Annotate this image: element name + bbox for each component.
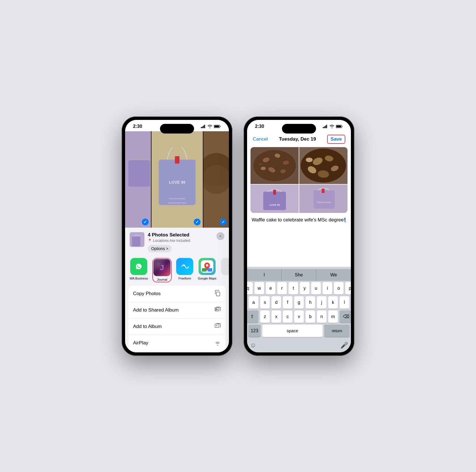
status-time-1: 2:30: [133, 124, 142, 129]
keyboard-rows: q w e r t y u i o p a s d f g: [247, 282, 351, 340]
svg-rect-5: [214, 125, 219, 127]
svg-rect-36: [323, 127, 324, 128]
svg-rect-10: [175, 156, 179, 164]
phone-2-screen: 2:30: [247, 120, 351, 352]
key-o[interactable]: o: [334, 282, 344, 295]
pred-word-1[interactable]: I: [247, 269, 282, 281]
app-wa-business[interactable]: WA Business: [130, 258, 148, 282]
key-w[interactable]: w: [254, 282, 264, 295]
key-n[interactable]: n: [317, 310, 327, 323]
svg-point-24: [186, 268, 188, 269]
svg-rect-3: [204, 125, 205, 128]
maps-icon: [199, 258, 216, 275]
svg-point-50: [258, 163, 263, 166]
journal-photo-2: [299, 147, 347, 184]
num-key[interactable]: 123: [248, 325, 261, 337]
key-q[interactable]: q: [247, 282, 253, 295]
battery-icon-2: [336, 125, 343, 128]
add-shared-item[interactable]: Add to Shared Album: [129, 302, 226, 319]
checkmark-left: [142, 219, 149, 225]
photos-grid: LOVE 99 #Awesomecake #AwesomePeople: [125, 131, 229, 228]
battery-icon: [214, 125, 221, 128]
keyboard-bottom: ☺ 🎤: [247, 340, 351, 352]
shift-key[interactable]: ⇧: [247, 310, 258, 323]
key-r[interactable]: r: [277, 282, 287, 295]
key-t[interactable]: t: [288, 282, 298, 295]
airplay-item[interactable]: AirPlay: [129, 335, 226, 352]
copy-photos-item[interactable]: Copy Photos: [129, 286, 226, 302]
photo-middle[interactable]: LOVE 99 #Awesomecake #AwesomePeople: [151, 131, 203, 228]
svg-text:#Awesomecake: #Awesomecake: [169, 197, 185, 200]
app-journal[interactable]: J Journal: [152, 258, 172, 282]
copy-icon: [214, 290, 221, 298]
key-s[interactable]: s: [260, 296, 270, 309]
phone-2: 2:30: [244, 117, 354, 356]
journal-label: Journal: [157, 278, 167, 281]
mic-button[interactable]: 🎤: [340, 342, 348, 349]
svg-text:LOVE 99: LOVE 99: [269, 204, 280, 206]
app-more[interactable]: ›: [221, 258, 229, 282]
checkmark-right: [220, 219, 227, 225]
key-row-1: q w e r t y u i o p: [248, 282, 350, 295]
svg-point-48: [261, 167, 266, 170]
journal-text-area[interactable]: Waffle cake to celebrate wife's MSc degr…: [247, 216, 351, 224]
signal-icon: [201, 125, 206, 128]
key-m[interactable]: m: [328, 310, 338, 323]
add-album-icon: [214, 323, 221, 331]
svg-rect-28: [208, 268, 212, 272]
key-x[interactable]: x: [271, 310, 281, 323]
photo-right[interactable]: [203, 131, 229, 228]
add-shared-label: Add to Shared Album: [133, 307, 179, 313]
wifi-icon: [208, 125, 212, 128]
options-button[interactable]: Options >: [148, 245, 172, 252]
copy-photos-label: Copy Photos: [133, 291, 161, 297]
share-thumb: [130, 232, 144, 247]
close-button[interactable]: ×: [216, 232, 224, 240]
wa-business-icon: [130, 258, 147, 275]
add-album-item[interactable]: Add to Album: [129, 319, 226, 335]
share-header: 4 Photos Selected 📍 Locations Are Includ…: [125, 232, 229, 256]
apps-row: WA Business: [125, 256, 229, 286]
space-key[interactable]: space: [262, 325, 323, 337]
save-button[interactable]: Save: [327, 135, 345, 144]
key-p[interactable]: p: [345, 282, 351, 295]
key-z[interactable]: z: [260, 310, 270, 323]
svg-rect-29: [216, 292, 220, 296]
key-c[interactable]: c: [283, 310, 292, 323]
svg-text:#Awesomecake: #Awesomecake: [317, 201, 331, 203]
key-h[interactable]: h: [306, 296, 315, 309]
key-f[interactable]: f: [283, 296, 292, 309]
pred-word-3[interactable]: We: [316, 269, 351, 281]
key-j[interactable]: j: [317, 296, 327, 309]
key-e[interactable]: e: [266, 282, 275, 295]
freeform-label: Freeform: [178, 277, 191, 280]
cancel-button[interactable]: Cancel: [253, 136, 268, 142]
svg-text:#AwesomePeople: #AwesomePeople: [168, 202, 186, 204]
key-a[interactable]: a: [249, 296, 258, 309]
key-g[interactable]: g: [294, 296, 304, 309]
delete-key[interactable]: ⌫: [340, 310, 351, 323]
photo-left[interactable]: [125, 131, 151, 228]
app-google-maps[interactable]: Google Maps: [198, 258, 216, 282]
journal-photo-4: #Awesomecake: [299, 185, 347, 213]
svg-rect-38: [325, 126, 326, 128]
status-icons-2: [323, 125, 343, 128]
emoji-button[interactable]: ☺: [250, 342, 256, 349]
phone-1-screen: 2:30: [125, 120, 229, 352]
photos-area: LOVE 99 #Awesomecake #AwesomePeople: [125, 131, 229, 228]
return-key[interactable]: return: [324, 325, 350, 337]
svg-rect-61: [273, 190, 276, 195]
key-v[interactable]: v: [294, 310, 304, 323]
key-y[interactable]: y: [300, 282, 309, 295]
app-freeform[interactable]: Freeform: [176, 258, 193, 282]
svg-rect-65: [322, 189, 325, 193]
airplay-icon: [214, 339, 221, 347]
key-d[interactable]: d: [271, 296, 281, 309]
key-i[interactable]: i: [323, 282, 332, 295]
key-l[interactable]: l: [340, 296, 349, 309]
export-item[interactable]: Export Unmodified Originals: [129, 352, 226, 352]
key-u[interactable]: u: [311, 282, 321, 295]
key-b[interactable]: b: [306, 310, 315, 323]
pred-word-2[interactable]: She: [282, 269, 316, 281]
key-k[interactable]: k: [328, 296, 338, 309]
